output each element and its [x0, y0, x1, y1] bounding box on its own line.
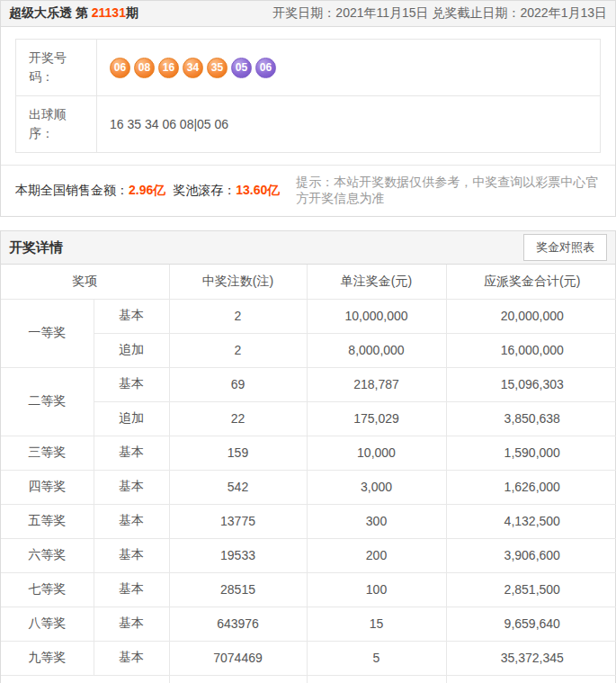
winner-count-cell: 28515 — [169, 572, 307, 607]
prize-name-cell: 三等奖 — [1, 436, 94, 470]
draw-numbers-label: 开奖号码： — [16, 40, 97, 95]
prize-table-row: 一等奖基本210,000,00020,000,000 — [1, 299, 616, 333]
single-prize-cell: 8,000,000 — [307, 333, 446, 367]
pool-label: 奖池滚存： — [173, 183, 236, 197]
ball-order-row: 出球顺序： 16 35 34 06 08|05 06 — [16, 95, 600, 152]
prize-type-cell: 追加 — [94, 401, 169, 436]
sales-info-bar: 本期全国销售金额：2.96亿 奖池滚存：13.60亿 提示：本站开奖数据仅供参考… — [1, 165, 615, 216]
disclaimer-tip: 提示：本站开奖数据仅供参考，中奖查询以彩票中心官方开奖信息为准 — [296, 175, 601, 207]
winner-count-cell: 542 — [169, 470, 307, 504]
total-count-cell: --- — [169, 675, 307, 683]
prize-type-cell: 追加 — [94, 333, 169, 367]
prize-table-row: 追加28,000,00016,000,000 — [1, 333, 616, 367]
single-prize-cell: 10,000 — [307, 436, 446, 470]
prize-type-cell: 基本 — [94, 436, 169, 470]
single-prize-cell: 100 — [307, 572, 446, 607]
front-ball: 16 — [158, 58, 179, 78]
column-header-prize: 奖项 — [1, 265, 169, 299]
total-prize-cell: 9,659,640 — [446, 607, 616, 641]
prize-table-row: 六等奖基本195332003,906,600 — [1, 538, 616, 572]
draw-dates: 开奖日期：2021年11月15日 兑奖截止日期：2022年1月13日 — [272, 5, 607, 22]
single-prize-cell: 3,000 — [307, 470, 446, 504]
issue-prefix: 第 — [72, 5, 92, 20]
prize-table-row: 二等奖基本69218,78715,096,303 — [1, 367, 616, 401]
prize-type-cell: 基本 — [94, 367, 169, 401]
single-prize-cell: 5 — [307, 641, 446, 675]
numbers-table: 开奖号码： 06081634350506 出球顺序： 16 35 34 06 0… — [15, 39, 601, 153]
back-ball: 05 — [231, 58, 252, 78]
total-prize-cell: 3,850,638 — [446, 401, 616, 436]
column-header-count: 中奖注数(注) — [169, 265, 307, 299]
sales-amount: 本期全国销售金额：2.96亿 — [15, 183, 165, 199]
draw-title-bar: 超级大乐透 第 21131期 开奖日期：2021年11月15日 兑奖截止日期：2… — [1, 1, 615, 27]
prize-table-total-row: 合计------114,085,526 — [1, 675, 616, 683]
total-prize-cell: 3,906,600 — [446, 538, 616, 572]
total-prize-cell: 1,590,000 — [446, 436, 616, 470]
prize-type-cell: 基本 — [94, 504, 169, 538]
total-prize-cell: 15,096,303 — [446, 367, 616, 401]
single-prize-cell: 218,787 — [307, 367, 446, 401]
single-prize-cell: 175,029 — [307, 401, 446, 436]
ball-order-value: 16 35 34 06 08|05 06 — [97, 96, 600, 152]
prize-type-cell: 基本 — [94, 470, 169, 504]
prize-name-cell: 七等奖 — [1, 572, 94, 607]
prize-type-cell: 基本 — [94, 607, 169, 641]
single-prize-cell: 10,000,000 — [307, 299, 446, 333]
prize-type-cell: 基本 — [94, 572, 169, 607]
draw-result-panel: 超级大乐透 第 21131期 开奖日期：2021年11月15日 兑奖截止日期：2… — [0, 0, 616, 217]
winner-count-cell: 7074469 — [169, 641, 307, 675]
draw-numbers-row: 开奖号码： 06081634350506 — [16, 40, 600, 95]
lottery-balls: 06081634350506 — [110, 58, 276, 78]
total-amount-cell: 114,085,526 — [446, 675, 616, 683]
section-gap — [0, 217, 616, 230]
back-ball: 06 — [255, 58, 276, 78]
winner-count-cell: 159 — [169, 436, 307, 470]
winner-count-cell: 19533 — [169, 538, 307, 572]
pool-amount: 奖池滚存：13.60亿 — [173, 183, 280, 199]
total-prize-cell: 4,132,500 — [446, 504, 616, 538]
front-ball: 34 — [183, 58, 203, 78]
prize-name-cell: 一等奖 — [1, 299, 94, 367]
prize-table-row: 七等奖基本285151002,851,500 — [1, 572, 616, 607]
winner-count-cell: 69 — [169, 367, 307, 401]
prize-table-row: 五等奖基本137753004,132,500 — [1, 504, 616, 538]
prize-table-row: 九等奖基本7074469535,372,345 — [1, 641, 616, 675]
draw-details-panel: 开奖详情 奖金对照表 奖项 中奖注数(注) 单注奖金(元) 应派奖金合计(元) … — [0, 230, 616, 683]
prize-name-cell: 五等奖 — [1, 504, 94, 538]
prize-table-header-row: 奖项 中奖注数(注) 单注奖金(元) 应派奖金合计(元) — [1, 265, 616, 299]
front-ball: 35 — [207, 58, 228, 78]
issue-number: 21131 — [92, 5, 126, 20]
prize-type-cell: 基本 — [94, 538, 169, 572]
single-prize-cell: 300 — [307, 504, 446, 538]
total-prize-cell: 20,000,000 — [446, 299, 616, 333]
total-label-cell: 合计 — [1, 675, 169, 683]
draw-numbers-value: 06081634350506 — [97, 40, 600, 95]
single-prize-cell: 15 — [307, 607, 446, 641]
column-header-single: 单注奖金(元) — [307, 265, 446, 299]
ball-order-label: 出球顺序： — [16, 96, 97, 152]
total-prize-cell: 35,372,345 — [446, 641, 616, 675]
front-ball: 06 — [110, 58, 130, 78]
page-title: 超级大乐透 第 21131期 — [9, 5, 138, 22]
pool-value: 13.60亿 — [236, 183, 280, 197]
front-ball: 08 — [134, 58, 155, 78]
winner-count-cell: 22 — [169, 401, 307, 436]
winner-count-cell: 2 — [169, 299, 307, 333]
total-prize-cell: 1,626,000 — [446, 470, 616, 504]
winner-count-cell: 2 — [169, 333, 307, 367]
total-prize-cell: 16,000,000 — [446, 333, 616, 367]
column-header-total: 应派奖金合计(元) — [446, 265, 616, 299]
prize-name-cell: 八等奖 — [1, 607, 94, 641]
prize-table-row: 四等奖基本5423,0001,626,000 — [1, 470, 616, 504]
prize-table-row: 八等奖基本643976159,659,640 — [1, 607, 616, 641]
single-prize-cell: 200 — [307, 538, 446, 572]
prize-type-cell: 基本 — [94, 299, 169, 333]
winner-count-cell: 643976 — [169, 607, 307, 641]
prize-compare-button[interactable]: 奖金对照表 — [523, 234, 607, 261]
details-header-bar: 开奖详情 奖金对照表 — [1, 231, 615, 265]
total-prize-cell: 2,851,500 — [446, 572, 616, 607]
prize-name-cell: 二等奖 — [1, 367, 94, 436]
prize-type-cell: 基本 — [94, 641, 169, 675]
total-single-cell: --- — [307, 675, 446, 683]
prize-name-cell: 九等奖 — [1, 641, 94, 675]
